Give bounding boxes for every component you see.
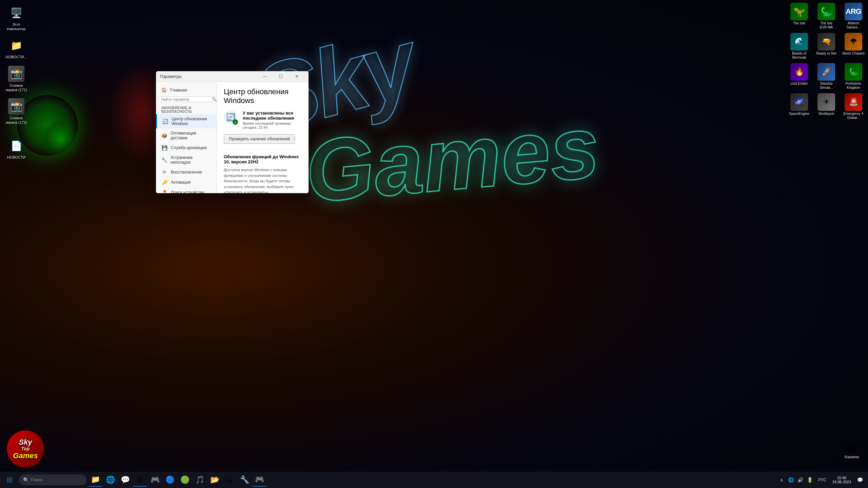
settings-search-input[interactable]	[159, 97, 210, 101]
tr-icon-ready-or-not[interactable]: 🔫 Ready or Not	[813, 32, 840, 61]
taskbar-apps: 📁 🌐 💬 ⚙ 🎮 🔵 🟢 🎵 📂 🗂 🔧 🎮	[88, 473, 777, 487]
taskbar-app-teams[interactable]: 💬	[118, 473, 132, 487]
skytop-line2: Top	[21, 446, 29, 451]
check-updates-button[interactable]: Проверить наличие обновлений	[224, 134, 295, 144]
tr-icon-spacengine-label: SpaceEngine	[789, 112, 809, 116]
taskbar-app-folder[interactable]: 📂	[208, 473, 222, 487]
settings-window-title: Параметры	[160, 74, 257, 79]
feature-update-title: Обновление функций до Windows 10, версия…	[224, 154, 302, 164]
tr-icon-spacengine[interactable]: 🌌 SpaceEngine	[786, 92, 812, 121]
taskbar-language[interactable]: РУС	[818, 477, 826, 482]
taskbar-app-edge[interactable]: 🌐	[103, 473, 117, 487]
update-status-text: У вас установлены все последние обновлен…	[243, 110, 302, 129]
tray-battery[interactable]: 🔋	[806, 476, 814, 484]
tr-icon-storm-chasers[interactable]: 🌪 Storm Chasers	[840, 32, 867, 61]
delivery-opt-icon: 📦	[161, 133, 167, 138]
tr-icon-theisle-label: The Isle	[793, 21, 805, 25]
settings-window: Параметры — ☐ ✕ 🏠 Главная 🔍	[156, 71, 309, 193]
desktop-icon-screenshot2-label: Снимок экрана (172)	[4, 116, 28, 125]
taskbar-app-settings[interactable]: ⚙	[133, 473, 147, 487]
tr-icon-lost-ember[interactable]: 🔥 Lost Ember	[786, 62, 812, 91]
tr-icon-theisle-evrima-label: The Isle EVR.MA	[814, 21, 839, 29]
close-button[interactable]: ✕	[289, 71, 304, 82]
tr-icon-beasts-bermuda[interactable]: 🌊 Beasts of Bermuda	[786, 32, 812, 61]
nav-item-windows-update-label: Центр обновления Windows	[172, 117, 211, 126]
recycle-bin[interactable]: 🗑 Корзина	[838, 439, 865, 461]
content-title: Центр обновления Windows	[224, 87, 302, 105]
update-status-box: 🔄 ✓ У вас установлены все последние обно…	[224, 110, 302, 129]
tr-icon-emergency4-label: Emergency 4 Global...	[841, 112, 866, 120]
search-icon: 🔍	[210, 97, 217, 102]
nav-item-troubleshoot[interactable]: 🔧 Устранение неполадок	[156, 153, 217, 167]
tr-icon-ready-or-not-label: Ready or Not	[816, 52, 836, 56]
nav-item-find-device[interactable]: 📍 Поиск устройства	[156, 187, 217, 193]
settings-home-label: Главная	[170, 87, 187, 93]
taskbar-app-explorer[interactable]: 📁	[88, 473, 102, 487]
tr-icon-starship-label: Starship Simula...	[814, 82, 839, 90]
taskbar-clock[interactable]: 15:48 24.06.2023	[830, 475, 853, 485]
tr-icon-theisle-evrima[interactable]: 🦕 The Isle EVR.MA	[813, 1, 840, 31]
taskbar-search-icon: 🔍	[23, 477, 29, 483]
tr-icon-prehistoric[interactable]: 🦕 Prehistoric Kingdom	[840, 62, 867, 91]
nav-item-troubleshoot-label: Устранение неполадок	[171, 155, 211, 165]
tr-icon-alderon[interactable]: ARG Alderon Games...	[840, 1, 867, 31]
nav-item-windows-update[interactable]: 🔄 Центр обновления Windows	[156, 114, 217, 128]
nav-item-activation[interactable]: 🔑 Активация	[156, 177, 217, 187]
skytop-line3: Games	[13, 452, 38, 460]
maximize-button[interactable]: ☐	[273, 71, 289, 82]
recovery-icon: ⟳	[161, 169, 167, 175]
tr-icon-emergency4[interactable]: 🚨 Emergency 4 Global...	[840, 92, 867, 121]
nav-item-backup[interactable]: 💾 Служба архивации	[156, 143, 217, 153]
desktop-icon-screenshot1-label: Снимок экрана (171)	[4, 83, 28, 92]
desktop-icon-screenshot1[interactable]: 📸 Снимок экрана (171)	[3, 64, 30, 94]
taskbar-right: ∧ 🌐 🔊 🔋 РУС 15:48 24.06.2023 💬	[777, 475, 867, 485]
tr-icon-beasts-bermuda-label: Beasts of Bermuda	[787, 52, 812, 60]
taskbar-app-game1[interactable]: 🎮	[148, 473, 162, 487]
settings-main-content: Центр обновления Windows 🔄 ✓ У вас устан…	[217, 82, 309, 193]
find-device-icon: 📍	[161, 190, 167, 193]
minimize-button[interactable]: —	[257, 71, 273, 82]
taskbar-app-gear[interactable]: 🔧	[237, 473, 252, 487]
tr-icon-lost-ember-label: Lost Ember	[790, 82, 808, 86]
start-button[interactable]: ⊞	[1, 473, 18, 487]
update-icon-wrapper: 🔄 ✓	[224, 110, 238, 125]
tr-icon-starship[interactable]: 🚀 Starship Simula...	[813, 62, 840, 91]
activation-icon: 🔑	[161, 180, 167, 185]
desktop-icon-screenshot2[interactable]: 📸 Снимок экрана (172)	[3, 96, 30, 127]
tray-volume[interactable]: 🔊	[796, 476, 805, 484]
feature-update-box: Обновление функций до Windows 10, версия…	[224, 149, 302, 193]
taskbar-search-placeholder: Поиск	[31, 477, 42, 482]
desktop-icon-news-file-label: НОВОСТИ	[7, 155, 25, 160]
update-checkmark-icon: ✓	[233, 119, 238, 125]
skytop-watermark: Sky Top Games	[7, 430, 44, 468]
taskbar-app-filezilla[interactable]: 🗂	[222, 473, 237, 487]
taskbar-app-discord[interactable]: 🔵	[163, 473, 177, 487]
settings-search-box[interactable]: 🔍	[159, 97, 214, 102]
home-icon: 🏠	[161, 87, 167, 93]
tray-notifications[interactable]: 💬	[856, 476, 864, 484]
nav-item-recovery[interactable]: ⟳ Восстановление	[156, 167, 217, 177]
tray-network[interactable]: 🌐	[787, 476, 795, 484]
desktop-icon-this-pc[interactable]: 🖥️ Этот компьютер	[3, 3, 30, 33]
desktop-icon-news-file[interactable]: 📄 НОВОСТИ	[3, 136, 30, 162]
feature-update-desc: Доступна версия Windows с новыми функция…	[224, 167, 302, 193]
tray-chevron[interactable]: ∧	[777, 476, 786, 484]
nav-item-delivery-opt-label: Оптимизация доставки	[171, 131, 211, 140]
taskbar-app-steam[interactable]: 🎮	[252, 473, 267, 487]
taskbar-app-media[interactable]: 🎵	[193, 473, 207, 487]
nav-item-recovery-label: Восстановление	[171, 170, 202, 175]
desktop-icons-area: 🖥️ Этот компьютер 📁 НОВОСТИ... 📸 Снимок …	[0, 0, 33, 165]
tr-icon-simairport[interactable]: ✈ SimAirport	[813, 92, 840, 121]
taskbar-search[interactable]: 🔍 Поиск	[19, 474, 87, 485]
troubleshoot-icon: 🔧	[161, 157, 167, 163]
graffiti-games-text: Games	[301, 96, 603, 222]
settings-section-label: Обновление и безопасность	[156, 105, 217, 114]
settings-home-button[interactable]: 🏠 Главная	[156, 85, 217, 95]
taskbar-app-green[interactable]: 🟢	[178, 473, 192, 487]
nav-item-delivery-opt[interactable]: 📦 Оптимизация доставки	[156, 128, 217, 143]
desktop-icon-news-folder[interactable]: 📁 НОВОСТИ...	[3, 35, 30, 61]
taskbar: ⊞ 🔍 Поиск 📁 🌐 💬 ⚙ 🎮 🔵 🟢 🎵 📂 🗂 🔧 🎮 ∧	[0, 472, 868, 488]
tr-icon-theisle[interactable]: 🦖 The Isle	[786, 1, 812, 31]
backup-icon: 💾	[161, 145, 167, 150]
decor-orb2	[41, 119, 81, 159]
